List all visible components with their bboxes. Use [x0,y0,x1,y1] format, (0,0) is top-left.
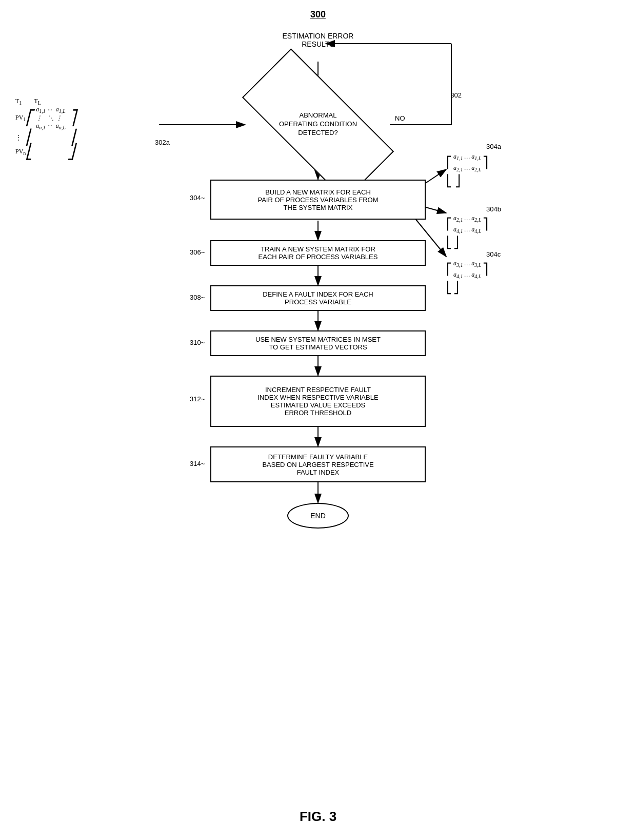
decision-302: ABNORMALOPERATING CONDITIONDETECTED? [245,90,391,159]
step-308: DEFINE A FAULT INDEX FOR EACHPROCESS VAR… [210,285,426,311]
ref-306: 306~ [190,248,205,256]
decision-302-text: ABNORMALOPERATING CONDITIONDETECTED? [279,111,357,138]
ref-304: 304~ [190,194,205,202]
ref-304b: 304b [486,205,501,213]
ref-308: 308~ [190,294,205,301]
matrix-304a: ⎡ a1,1 … a1,L a2,1 … a2,L ⎤ ⎣ ⎦ [446,151,488,188]
svg-text:NO: NO [395,114,405,122]
ref-304a: 304a [486,143,501,150]
ref-310: 310~ [190,339,205,346]
start-label: ESTIMATION ERRORRESULTS [267,32,369,48]
step-314: DETERMINE FAULTY VARIABLEBASED ON LARGES… [210,446,426,482]
step-310: USE NEW SYSTEM MATRICES IN MSETTO GET ES… [210,330,426,356]
ref-302: 302 [450,91,462,99]
matrix-304b: ⎡ a2,1 … a2,L a4,1 … a4,L ⎤ ⎣ ⎦ [446,213,488,249]
matrix-304c: ⎡ a3,1 … a3,L a4,1 … a4,L ⎤ ⎣ ⎦ [446,258,488,295]
main-matrix: T1 TL PV1 ⎡ a1,1 ··· a1,L ⋮ [15,97,76,159]
ref-314: 314~ [190,460,205,467]
step-306: TRAIN A NEW SYSTEM MATRIX FOREACH PAIR O… [210,240,426,266]
step-304: BUILD A NEW MATRIX FOR EACHPAIR OF PROCE… [210,180,426,220]
ref-312: 312~ [190,395,205,403]
step-312: INCREMENT RESPECTIVE FAULTINDEX WHEN RES… [210,376,426,427]
ref-304c: 304c [486,250,501,258]
fig-label: FIG. 3 [300,809,336,825]
diagram-container: YES NO 300 ESTIMATION ERRORRESULTS ABNOR… [0,0,636,840]
ref-302a: 302a [155,139,170,146]
end-oval: END [287,503,349,529]
diagram-title: 300 [310,9,326,20]
